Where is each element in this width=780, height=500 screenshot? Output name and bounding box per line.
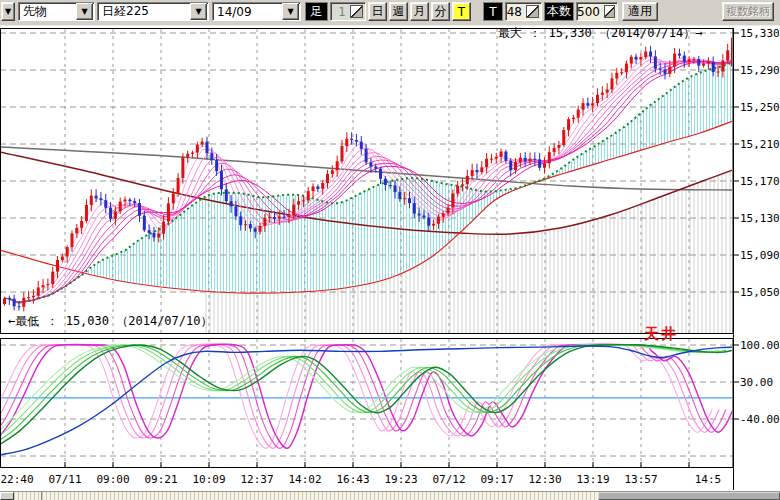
time-axis-label: 19:23 bbox=[384, 474, 417, 485]
ashi-toggle-button[interactable]: 足 bbox=[305, 2, 328, 21]
bars-label: 本数 bbox=[544, 2, 574, 21]
contract-month-value: 14/09 bbox=[217, 5, 282, 19]
oscillator-axis-label: 100.00 bbox=[740, 340, 780, 351]
chevron-down-icon[interactable]: ▼ bbox=[76, 3, 93, 20]
price-axis-label: 15,050 bbox=[740, 287, 780, 298]
apply-button[interactable]: 適用 bbox=[622, 2, 658, 21]
chart-area: 15,33015,29015,25015,21015,17015,13015,0… bbox=[0, 0, 780, 491]
symbol-type-select[interactable]: 先物 ▼ bbox=[18, 2, 95, 21]
spinner-icon[interactable] bbox=[604, 5, 615, 18]
period-week-button[interactable]: 週 bbox=[389, 2, 408, 21]
time-axis-label: 07/12 bbox=[432, 474, 465, 485]
bars-count-stepper[interactable]: 500 bbox=[576, 2, 618, 21]
time-axis-label: 12:37 bbox=[240, 474, 273, 485]
horizontal-scrollbar[interactable] bbox=[0, 491, 780, 500]
price-axis-label: 15,330 bbox=[740, 28, 780, 39]
interval-stepper[interactable]: 1 bbox=[330, 2, 366, 21]
annotation-min-price: ←最低 ： 15,030 （2014/07/10） bbox=[8, 315, 213, 328]
time-axis-label: 13:19 bbox=[576, 474, 609, 485]
time-axis-label: 12:30 bbox=[528, 474, 561, 485]
time-axis-label: 16:43 bbox=[336, 474, 369, 485]
symbol-value: 日経225 bbox=[102, 3, 190, 20]
period-month-button[interactable]: 月 bbox=[410, 2, 429, 21]
multi-symbol-button[interactable]: 複数銘柄 bbox=[722, 2, 774, 21]
chevron-down-icon: ▼ bbox=[5, 7, 11, 16]
chevron-down-icon[interactable]: ▼ bbox=[282, 3, 299, 20]
interval-value: 1 bbox=[331, 5, 348, 19]
mini-dropdown-button[interactable]: ▼ bbox=[1, 2, 15, 21]
time-axis-label: 10:09 bbox=[192, 474, 225, 485]
time-axis-label: 09:00 bbox=[96, 474, 129, 485]
price-axis-label: 15,130 bbox=[740, 213, 780, 224]
time-axis-label: 09:17 bbox=[480, 474, 513, 485]
spinner-icon[interactable] bbox=[350, 5, 363, 18]
scrollbar-left-button[interactable] bbox=[0, 492, 14, 500]
bars-count-value: 500 bbox=[577, 5, 602, 19]
period-tick-button[interactable]: T bbox=[452, 2, 471, 21]
tick-label: T bbox=[483, 2, 503, 21]
period-day-button[interactable]: 日 bbox=[368, 2, 387, 21]
chart-application-window: ▼ 先物 ▼ 日経225 ▼ 14/09 ▼ 足 1 日 週 月 分 T T 4… bbox=[0, 0, 780, 500]
annotation-ceiling: 天井 bbox=[644, 328, 678, 341]
scrollbar-track[interactable] bbox=[14, 492, 598, 500]
price-axis-label: 15,170 bbox=[740, 176, 780, 187]
toolbar: ▼ 先物 ▼ 日経225 ▼ 14/09 ▼ 足 1 日 週 月 分 T T 4… bbox=[0, 0, 780, 26]
price-axis-label: 15,290 bbox=[740, 65, 780, 76]
price-axis-label: 15,210 bbox=[740, 139, 780, 150]
scrollbar-thumb[interactable] bbox=[598, 492, 780, 500]
time-axis-label: 22:40 bbox=[0, 474, 33, 485]
annotation-max-price: 最大 ： 15,330 （2014/07/14）→ bbox=[498, 27, 703, 40]
price-axis-label: 15,250 bbox=[740, 102, 780, 113]
time-axis-label: 14:02 bbox=[288, 474, 321, 485]
time-axis-label: 07/11 bbox=[48, 474, 81, 485]
oscillator-axis-label: 30.00 bbox=[740, 377, 773, 388]
price-axis-label: 15,090 bbox=[740, 250, 780, 261]
oscillator-axis-label: -40.00 bbox=[740, 414, 780, 425]
tick-count-value: 48 bbox=[506, 5, 524, 19]
symbol-type-value: 先物 bbox=[23, 3, 76, 20]
chevron-down-icon[interactable]: ▼ bbox=[190, 3, 207, 20]
time-axis-label: 14:5 bbox=[695, 474, 722, 485]
time-axis-label: 09:21 bbox=[144, 474, 177, 485]
chart-canvas[interactable] bbox=[0, 0, 780, 491]
contract-month-select[interactable]: 14/09 ▼ bbox=[212, 2, 301, 21]
time-axis-label: 13:57 bbox=[624, 474, 657, 485]
period-minute-button[interactable]: 分 bbox=[431, 2, 450, 21]
scrollbar-divider bbox=[41, 492, 42, 500]
tick-count-stepper[interactable]: 48 bbox=[505, 2, 542, 21]
symbol-select[interactable]: 日経225 ▼ bbox=[97, 2, 209, 21]
spinner-icon[interactable] bbox=[526, 5, 539, 18]
